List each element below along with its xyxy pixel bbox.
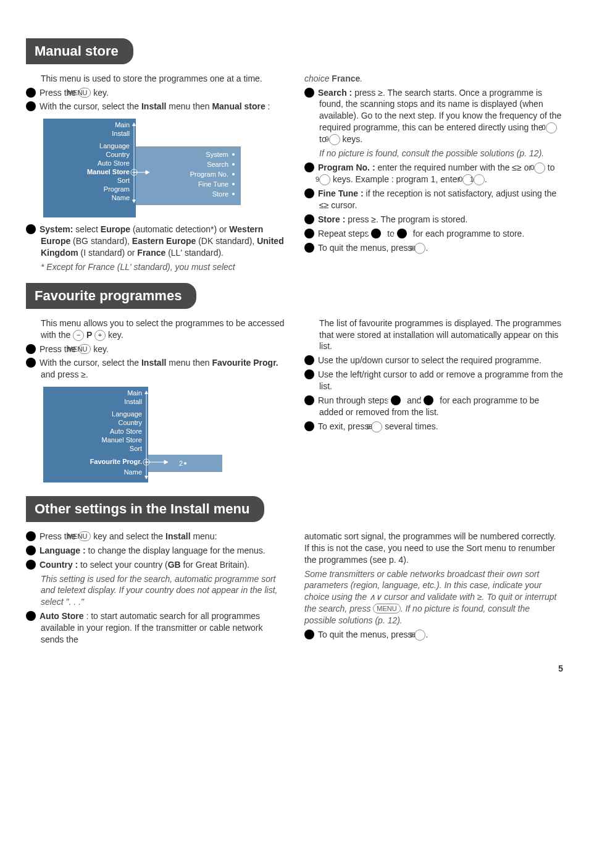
svg-text:Sort: Sort	[130, 445, 142, 452]
step-number-icon: 4	[304, 88, 314, 98]
manual-step-8: 8Repeat steps 4 to 7 for each programme …	[304, 228, 563, 240]
section-title-favourite: Favourite programmes	[26, 283, 196, 309]
teletext-key-icon: ⊞	[371, 421, 382, 432]
svg-text:Main: Main	[127, 389, 142, 397]
step-number-icon: 1	[26, 531, 36, 541]
svg-text:Install: Install	[124, 398, 142, 405]
zero-key-icon: 0	[534, 162, 545, 174]
step-number-icon: 2	[26, 546, 36, 555]
step-number-icon: 4	[371, 229, 381, 238]
svg-point-41	[184, 462, 186, 465]
teletext-key-icon: ⊞	[414, 630, 425, 641]
manual-step-7: 7Store : press ≥. The program is stored.	[304, 214, 563, 225]
step-number-icon: 3	[304, 355, 314, 365]
step-number-icon: 6	[304, 421, 314, 431]
svg-text:Program No.: Program No.	[190, 171, 228, 178]
menu-key-icon: MENU	[78, 531, 91, 541]
manual-step-2: 2With the cursor, select the Install men…	[26, 101, 285, 112]
manual-step-3-note-cont: choice France.	[304, 73, 563, 85]
svg-text:Store: Store	[212, 190, 228, 198]
menu-key-icon: MENU	[373, 604, 400, 613]
manual-step-4: 4Search : press ≥. The search starts. On…	[304, 87, 563, 146]
plus-key-icon: +	[94, 330, 106, 341]
step-number-icon: 3	[26, 560, 36, 570]
manual-step-6: 6Fine Tune : if the reception is not sat…	[304, 188, 563, 211]
svg-point-20	[232, 193, 235, 195]
other-step-3-note: This setting is used for the search, aut…	[26, 573, 285, 609]
manual-step-3-note: * Except for France (LL' standard), you …	[26, 261, 285, 273]
svg-text:2: 2	[179, 460, 183, 467]
svg-text:Favourite Progr.: Favourite Progr.	[90, 458, 142, 465]
svg-text:Auto Store: Auto Store	[110, 428, 142, 435]
step-number-icon: 6	[304, 188, 314, 198]
step-number-icon: 3	[391, 395, 401, 405]
manual-step-1: 1Press the MENU key.	[26, 87, 285, 99]
svg-text:Fine Tune: Fine Tune	[198, 180, 228, 188]
fav-menu-illustration: Main Install Language Country Auto Store…	[43, 387, 285, 482]
manual-intro: This menu is used to store the programme…	[41, 73, 285, 85]
svg-text:Sort: Sort	[117, 177, 130, 184]
step-number-icon: 3	[26, 224, 36, 234]
svg-text:Name: Name	[124, 468, 142, 476]
other-step-4-cont: automatic sort signal, the programmes wi…	[304, 531, 563, 566]
other-step-4-note: Some transmitters or cable networks broa…	[304, 568, 563, 626]
svg-point-18	[232, 173, 235, 175]
svg-text:Country: Country	[106, 151, 130, 158]
manual-step-5: 5Program No. : enter the required number…	[304, 162, 563, 185]
section-title-other: Other settings in the Install menu	[26, 496, 264, 522]
manual-step-4-note: If no picture is found, consult the poss…	[304, 148, 563, 159]
teletext-key-icon: ⊞	[414, 243, 425, 254]
step-number-icon: 4	[304, 369, 314, 379]
other-step-3: 3Country : to select your country (GB fo…	[26, 559, 285, 571]
step-number-icon: 7	[397, 229, 407, 238]
step-number-icon: 2	[26, 358, 36, 368]
manual-menu-illustration: Main Install Language Country Auto Store…	[43, 119, 285, 217]
other-step-4: 4Auto Store : to start automatic search …	[26, 610, 285, 646]
step-number-icon: 2	[26, 101, 36, 111]
step-number-icon: 5	[304, 395, 314, 405]
step-number-icon: 1	[26, 88, 36, 98]
svg-text:System: System	[206, 151, 228, 158]
step-number-icon: 5	[304, 630, 314, 639]
menu-key-icon: MENU	[78, 344, 91, 354]
zero-key-icon: 0	[546, 122, 557, 133]
nine-key-icon: 9	[329, 134, 340, 145]
other-step-5: 5To quit the menus, press ⊞.	[304, 629, 563, 641]
svg-point-19	[232, 183, 235, 185]
minus-key-icon: −	[73, 330, 84, 341]
section-title-manual: Manual store	[26, 38, 133, 64]
manual-step-9: 9To quit the menus, press ⊞.	[304, 242, 563, 254]
svg-text:Language: Language	[99, 142, 130, 150]
step-number-icon: 1	[26, 344, 36, 354]
step-number-icon: 8	[304, 229, 314, 238]
svg-point-17	[232, 163, 235, 166]
svg-text:Manuel Store: Manuel Store	[102, 436, 142, 444]
svg-text:Auto Store: Auto Store	[98, 159, 130, 167]
svg-text:Search: Search	[207, 161, 228, 168]
step-number-icon: 9	[304, 243, 314, 253]
step-number-icon: 4	[424, 395, 433, 405]
one-key-icon: 1	[474, 174, 485, 185]
nine-key-icon: 9	[319, 174, 330, 185]
fav-step-4: 4Use the left/right cursor to add or rem…	[304, 369, 563, 392]
other-step-2: 2Language : to change the display langua…	[26, 545, 285, 557]
page-number: 5	[26, 663, 563, 675]
svg-text:Language: Language	[112, 410, 142, 418]
svg-text:Manuel Store: Manuel Store	[87, 168, 130, 175]
svg-text:Country: Country	[118, 419, 142, 426]
other-step-1: 1Press the MENU key and select the Insta…	[26, 531, 285, 542]
svg-text:Main: Main	[115, 121, 130, 129]
step-number-icon: 7	[304, 214, 314, 224]
fav-step-6: 6To exit, press ⊞ several times.	[304, 421, 563, 432]
fav-right-intro: The list of favourite programmes is disp…	[319, 318, 563, 353]
step-number-icon: 5	[304, 162, 314, 172]
menu-key-icon: MENU	[78, 88, 91, 98]
fav-step-2: 2With the cursor, select the Install men…	[26, 357, 285, 381]
fav-intro: This menu allows you to select the progr…	[41, 318, 285, 341]
svg-point-16	[232, 153, 235, 156]
fav-step-1: 1Press the MENU key.	[26, 343, 285, 355]
manual-step-3: 3System: select Europe (automatic detect…	[26, 224, 285, 259]
fav-step-5: 5Run through steps 3 and 4 for each prog…	[304, 395, 563, 418]
fav-step-3: 3Use the up/down cursor to select the re…	[304, 355, 563, 366]
svg-text:Program: Program	[104, 185, 130, 193]
